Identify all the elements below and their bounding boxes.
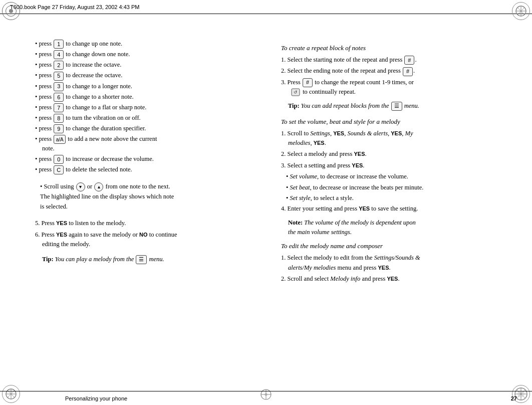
- list-item-8: press 8 to turn the vibration on or off.: [35, 113, 251, 123]
- scroll-bullet: • Scroll using: [40, 183, 76, 190]
- yes-s6: YES: [359, 206, 370, 212]
- section2-step3: 3. Select a setting and press YES.: [281, 161, 507, 170]
- section2-bullets: • Set volume, to decrease or increase th…: [281, 172, 507, 203]
- section2-step2: 2. Select a melody and press YES.: [281, 149, 507, 159]
- section1-step2: 2. Select the ending note of the repeat …: [281, 66, 507, 76]
- list-item-3: press 3 to change to a longer note.: [35, 82, 251, 91]
- list-item-7: press 7 to change to a flat or sharp not…: [35, 103, 251, 112]
- list-item-0: press 0 to increase or decrease the volu…: [35, 154, 251, 164]
- menu-icon-right: ☰: [391, 102, 402, 111]
- yes-save: YES: [56, 232, 67, 238]
- scroll-down-btn: ▾: [76, 182, 85, 191]
- key-5: 5: [54, 72, 64, 81]
- section1-title: To create a repeat block of notes: [281, 44, 507, 52]
- scroll-or: or: [87, 183, 94, 190]
- yes-s3: YES: [314, 140, 325, 146]
- footer-bar: Personalizing your phone 27: [0, 391, 532, 405]
- section2-title: To set the volume, beat and style for a …: [281, 118, 507, 126]
- section3-step1: 1. Select the melody to edit from the Se…: [281, 253, 507, 273]
- scroll-note: • Scroll using ▾ or ▴ from one note to t…: [35, 181, 251, 212]
- key-8: 8: [54, 114, 64, 123]
- list-item-4: press 4 to change down one note.: [35, 50, 251, 59]
- tip-label-right: Tip:: [288, 102, 301, 109]
- section3-step2: 2. Scroll and select Melody info and pre…: [281, 274, 507, 284]
- hash-btn-2: #: [403, 67, 413, 76]
- key-2: 2: [54, 61, 64, 70]
- key-4: 4: [54, 50, 64, 59]
- key-0: 0: [54, 155, 64, 164]
- tip-text-left: You can play a melody from the: [55, 256, 136, 263]
- scroll-up-btn: ▴: [94, 182, 103, 191]
- list-item-1: press 1 to change up one note.: [35, 39, 251, 49]
- list-item-6: press 6 to change to a shorter note.: [35, 92, 251, 102]
- bullet-list: press 1 to change up one note. press 4 t…: [35, 39, 251, 174]
- list-item-9: press 9 to change the duration specifier…: [35, 124, 251, 133]
- section1-step3: 3. Press # to change the repeat count 1-…: [281, 78, 507, 97]
- menu-icon-left: ☰: [136, 255, 147, 264]
- hash-btn-1: #: [404, 56, 414, 65]
- page-container: T600.book Page 27 Friday, August 23, 200…: [0, 0, 532, 405]
- yes-s1: YES: [333, 130, 344, 136]
- key-7: 7: [54, 103, 64, 112]
- yes-s8: YES: [387, 276, 398, 282]
- header-text: T600.book Page 27 Friday, August 23, 200…: [10, 4, 139, 10]
- bullet-set-style: • Set style, to select a style.: [286, 193, 507, 203]
- yes-s5: YES: [352, 162, 363, 168]
- right-tip: Tip: You can add repeat blocks from the …: [288, 101, 507, 111]
- yes-s7: YES: [378, 265, 389, 271]
- bullet-set-beat: • Set beat, to decrease or increase the …: [286, 183, 507, 192]
- note-block: Note: The volume of the melody is depend…: [281, 218, 507, 238]
- yes-s4: YES: [354, 151, 365, 157]
- section2-step1: 1. Scroll to Settings, YES, Sounds & ale…: [281, 129, 507, 148]
- note-text: The volume of the melody is dependent up…: [288, 219, 416, 236]
- step-5: 5. Press YES to listen to the melody.: [35, 219, 251, 228]
- footer-page-number: 27: [511, 395, 517, 401]
- list-item-5: press 5 to decrease the octave.: [35, 71, 251, 80]
- content-area: press 1 to change up one note. press 4 t…: [0, 14, 532, 391]
- svg-point-5: [520, 10, 522, 13]
- svg-text:↺: ↺: [294, 90, 298, 95]
- tip-end-left: menu.: [149, 256, 164, 263]
- yes-listen: YES: [56, 220, 67, 226]
- note-label: Note:: [288, 219, 304, 226]
- no-btn: NO: [139, 232, 148, 238]
- section3-title: To edit the melody name and composer: [281, 242, 507, 250]
- bullet-set-volume: • Set volume, to decrease or increase th…: [286, 172, 507, 181]
- step-6: 6. Press YES again to save the melody or…: [35, 230, 251, 250]
- list-item-C: press C to delete the selected note.: [35, 165, 251, 174]
- tip-end-right: menu.: [404, 102, 419, 109]
- yes-s2: YES: [391, 130, 402, 136]
- key-3: 3: [54, 82, 64, 91]
- section2-step4: 4. Enter your setting and press YES to s…: [281, 204, 507, 214]
- key-aA: a/A: [54, 135, 66, 144]
- section1-step1: 1. Select the starting note of the repea…: [281, 55, 507, 65]
- hash-btn-3: #: [303, 78, 313, 87]
- right-column: To create a repeat block of notes 1. Sel…: [266, 14, 532, 391]
- left-column: press 1 to change up one note. press 4 t…: [0, 14, 266, 391]
- left-tip: Tip: You can play a melody from the ☰ me…: [42, 255, 251, 264]
- tip-label-left: Tip:: [42, 256, 55, 263]
- key-C: C: [54, 165, 64, 174]
- key-9: 9: [54, 124, 64, 133]
- repeat-icon: ↺: [291, 88, 300, 96]
- footer-section-name: Personalizing your phone: [15, 395, 511, 401]
- list-item-aA: press a/A to add a new note above the cu…: [35, 134, 251, 153]
- key-1: 1: [54, 40, 64, 49]
- key-6: 6: [54, 93, 64, 102]
- tip-text-right: You can add repeat blocks from the: [301, 102, 391, 109]
- header-bar: T600.book Page 27 Friday, August 23, 200…: [0, 0, 532, 14]
- list-item-2: press 2 to increase the octave.: [35, 60, 251, 70]
